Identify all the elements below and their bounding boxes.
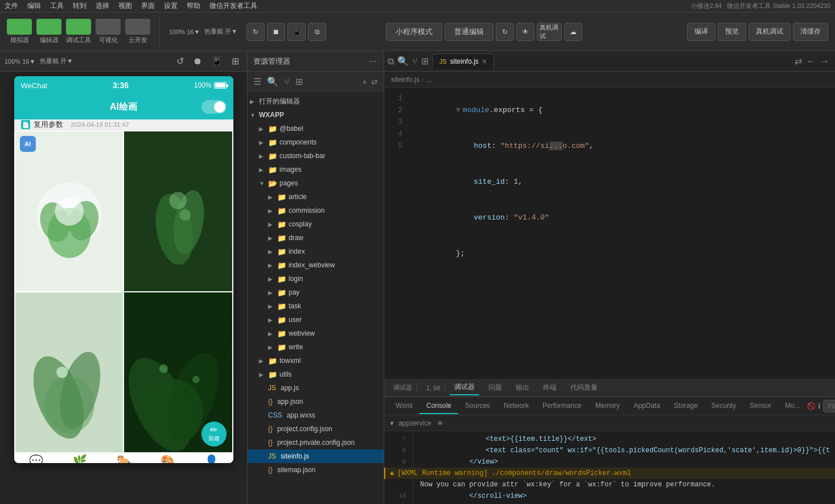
tree-item-pay[interactable]: ▶ 📁 pay — [248, 286, 384, 299]
tree-item-sitemap[interactable]: {} sitemap.json — [248, 463, 384, 477]
tree-item-custom-tab-bar[interactable]: ▶ 📁 custom-tab-bar — [248, 149, 384, 163]
editor-tab-siteinfo[interactable]: JS siteinfo.js × — [432, 53, 494, 69]
editor-nav-forward-btn[interactable]: → — [819, 55, 830, 68]
menu-item-help[interactable]: 帮助 — [187, 1, 200, 11]
menu-item-edit[interactable]: 编辑 — [27, 1, 41, 11]
file-list-btn[interactable]: ☰ — [252, 75, 262, 88]
nav-create[interactable]: 🌿 创作 — [73, 454, 87, 463]
menu-item-settings[interactable]: 设置 — [164, 1, 178, 11]
cloud-upload-icon[interactable]: ☁ — [564, 23, 582, 41]
phone-hotreload-label[interactable]: 热重截 开▼ — [40, 57, 73, 65]
hotreload-indicator[interactable]: 热重截 开▼ — [204, 27, 237, 36]
new-button[interactable]: ✏ 新建 — [201, 422, 227, 447]
phone-icon-btn[interactable]: 📱 — [287, 23, 306, 41]
file-split-btn[interactable]: ⇄ — [370, 76, 379, 88]
menu-item-file[interactable]: 文件 — [5, 1, 18, 11]
phone-scale-label[interactable]: 100% 16▼ — [5, 58, 35, 65]
tree-item-webview[interactable]: ▶ 📁 webview — [248, 327, 384, 340]
simulator-button[interactable] — [7, 19, 32, 35]
tree-item-app-wxss[interactable]: CSS app.wxss — [248, 408, 384, 422]
devtools-tab-issues[interactable]: 问题 — [484, 381, 507, 395]
dt-tab-sources[interactable]: Sources — [458, 398, 497, 414]
menu-item-goto[interactable]: 转到 — [73, 1, 87, 11]
tree-item-pages[interactable]: ▼ 📂 pages — [248, 176, 384, 190]
tree-item-write[interactable]: ▶ 📁 write — [248, 340, 384, 354]
menu-item-interface[interactable]: 界面 — [141, 1, 155, 11]
compile-action-btn[interactable]: 编译 — [687, 23, 715, 41]
dt-tab-performance[interactable]: Performance — [536, 398, 589, 414]
phone-toggle[interactable] — [201, 100, 227, 114]
preview-btn[interactable]: 预览 — [718, 23, 746, 41]
visualize-button[interactable] — [96, 19, 121, 35]
tree-item-index-webview[interactable]: ▶ 📁 index_webview — [248, 258, 384, 272]
tree-item-images[interactable]: ▶ 📁 images — [248, 163, 384, 176]
tree-item-components[interactable]: ▶ 📁 components — [248, 135, 384, 149]
filter-input[interactable] — [823, 400, 835, 412]
dt-tab-wxml[interactable]: Wxml — [389, 398, 419, 414]
tree-item-user[interactable]: ▶ 📁 user — [248, 313, 384, 327]
dt-tab-network[interactable]: Network — [497, 398, 536, 414]
tree-item-open-editors[interactable]: ▶ 打开的编辑器 — [248, 94, 384, 108]
clear-cache-btn[interactable]: 清缓存 — [793, 23, 828, 41]
compile-mode-button[interactable]: 小程序模式 — [386, 23, 442, 41]
phone-device-btn[interactable]: 📱 — [208, 55, 226, 68]
real-device-icon[interactable]: 真机调试 — [537, 23, 562, 41]
tree-item-towxml[interactable]: ▶ 📁 towxml — [248, 354, 384, 367]
tree-item-draw[interactable]: ▶ 📁 draw — [248, 231, 384, 245]
devtools-tab-debug[interactable]: 调试器 — [450, 380, 479, 395]
editor-code-content[interactable]: ▼module.exports = { host: "https://si...… — [407, 88, 835, 379]
tree-item-babel[interactable]: ▶ 📁 @babel — [248, 122, 384, 135]
compile-type-button[interactable]: 普通编辑 — [445, 23, 493, 41]
dt-tab-memory[interactable]: Memory — [589, 398, 627, 414]
editor-layout-btn[interactable]: ⊞ — [420, 55, 430, 68]
tab-close-btn[interactable]: × — [482, 57, 487, 66]
dt-tab-console[interactable]: Console — [419, 398, 458, 414]
nav-chat[interactable]: 💬 对话 — [29, 454, 43, 463]
menu-item-wechat[interactable]: 微信开发者工具 — [209, 1, 257, 11]
eye-icon[interactable]: 👁 — [516, 23, 534, 41]
stop-icon-btn[interactable]: ⏹ — [267, 23, 285, 41]
filter-info-btn[interactable]: ℹ — [818, 402, 821, 410]
nav-draw[interactable]: 🎨 绘画 — [161, 454, 175, 463]
dt-tab-security[interactable]: Security — [705, 398, 743, 414]
menu-item-view[interactable]: 视图 — [118, 1, 132, 11]
editor-button[interactable] — [36, 19, 61, 35]
dt-tab-storage[interactable]: Storage — [667, 398, 705, 414]
refresh-compile-icon[interactable]: ↻ — [496, 23, 514, 41]
phone-record-btn[interactable]: ⏺ — [190, 55, 205, 68]
tree-item-siteinfo-js[interactable]: JS siteinfo.js — [248, 449, 384, 463]
tree-item-utils[interactable]: ▶ 📁 utils — [248, 367, 384, 381]
phone-layout-btn[interactable]: ⊞ — [228, 55, 242, 68]
filter-clear-btn[interactable]: 🚫 — [807, 402, 816, 410]
scale-indicator[interactable]: 100% 16▼ — [169, 28, 200, 35]
file-new-btn[interactable]: ⋯ — [368, 56, 378, 67]
tree-item-article[interactable]: ▶ 📁 article — [248, 190, 384, 204]
editor-nav-split-btn[interactable]: ⇄ — [793, 55, 803, 68]
phone-refresh-btn[interactable]: ↺ — [173, 55, 187, 68]
fold-arrow-1[interactable]: ▼ — [456, 106, 460, 114]
devtools-tab-output[interactable]: 输出 — [511, 381, 534, 395]
debugger-button[interactable] — [66, 19, 91, 35]
copy-icon-btn[interactable]: ⧉ — [308, 23, 326, 41]
editor-copy-btn[interactable]: ⧉ — [386, 55, 395, 68]
editor-search-btn[interactable]: 🔍 — [396, 55, 410, 68]
file-layout-btn[interactable]: ⊞ — [294, 75, 304, 88]
menu-item-tools[interactable]: 工具 — [50, 1, 64, 11]
appservice-toggle-btn[interactable]: ▼ — [389, 420, 395, 427]
tree-item-index[interactable]: ▶ 📁 index — [248, 245, 384, 258]
cloud-button[interactable] — [125, 19, 150, 35]
devtools-tab-quality[interactable]: 代码质量 — [566, 381, 602, 395]
file-more-btn[interactable]: + — [361, 76, 368, 88]
editor-nav-back-btn[interactable]: ← — [805, 55, 817, 68]
tree-item-project-private[interactable]: {} project.private.config.json — [248, 436, 384, 449]
dt-tab-sensor[interactable]: Sensor — [743, 398, 778, 414]
devtools-tab-terminal[interactable]: 终端 — [538, 381, 561, 395]
tree-item-project-config[interactable]: {} project.config.json — [248, 422, 384, 436]
tree-item-login[interactable]: ▶ 📁 login — [248, 272, 384, 286]
nav-profile[interactable]: 👤 我的 — [204, 454, 219, 463]
appservice-eye-btn[interactable]: 👁 — [437, 420, 443, 427]
refresh-icon-btn[interactable]: ↻ — [246, 23, 265, 41]
tree-item-commission[interactable]: ▶ 📁 commission — [248, 204, 384, 217]
file-search-btn[interactable]: 🔍 — [266, 75, 279, 88]
dt-tab-appdata[interactable]: AppData — [627, 398, 667, 414]
